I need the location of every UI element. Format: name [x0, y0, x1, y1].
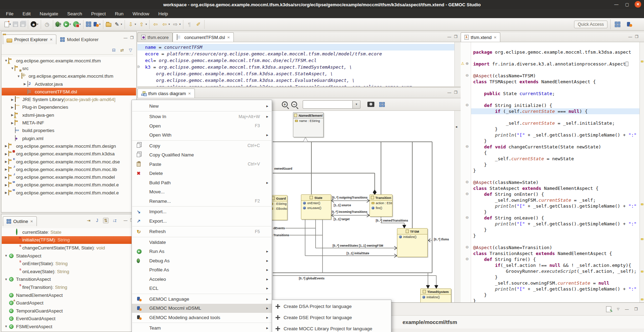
menu-item-paste[interactable]: PasteCtrl+V [132, 160, 272, 169]
new-note-icon[interactable] [606, 306, 611, 312]
dropdown-arrow-icon[interactable]: ▾ [99, 23, 101, 26]
expand-arrow-icon[interactable]: ▶ [4, 176, 8, 179]
dropdown-arrow-icon[interactable]: ▾ [70, 23, 71, 26]
toolbar-new-java-app-button[interactable] [85, 21, 92, 28]
dropdown-arrow-icon[interactable]: ▾ [168, 23, 170, 26]
zoom-out-icon[interactable]: − [291, 101, 297, 107]
tab-tfsm-class-diagram[interactable]: tfsm class diagram✕ [137, 88, 195, 98]
fold-marker-icon[interactable]: ⊖ [466, 180, 469, 184]
overview-mark[interactable] [641, 238, 643, 240]
zoom-in-icon[interactable]: + [282, 101, 288, 107]
toolbar-forward-button[interactable]: ⇨▾ [171, 20, 181, 29]
toolbar-run-button[interactable]: ▶▾ [63, 21, 72, 28]
menu-item-profile-as[interactable]: Profile As▸ [132, 265, 272, 275]
menu-item-build-path[interactable]: Build Path▸ [132, 178, 272, 187]
fold-marker-icon[interactable]: ⊕ [466, 61, 469, 66]
dropdown-arrow-icon[interactable]: ▾ [79, 23, 81, 26]
expand-arrow-icon[interactable]: ▼ [4, 325, 8, 328]
dropdown-arrow-icon[interactable]: ▾ [37, 23, 38, 26]
expand-arrow-icon[interactable]: ▶ [4, 183, 8, 187]
dropdown-arrow-icon[interactable]: ▾ [145, 23, 147, 26]
menu-item-gemoc-language[interactable]: GEMOC Language▸ [132, 294, 272, 304]
toolbar-account-button[interactable]: ☻▾ [30, 21, 39, 28]
dropdown-arrow-icon[interactable]: ▾ [135, 23, 136, 26]
menu-item-team[interactable]: Team▸ [132, 324, 272, 332]
tree-item-changecurrentstate-tfsm-state[interactable]: SchangeCurrentState(TFSM, State) : void [2, 244, 136, 252]
toolbar-profile-button[interactable]: ◷ [43, 20, 51, 29]
close-tab-icon[interactable]: ✕ [30, 219, 33, 223]
open-perspective-icon[interactable] [613, 20, 622, 29]
diagram-scrollbar[interactable] [454, 111, 461, 302]
maximize-view-icon[interactable]: ❐ [130, 36, 134, 40]
class-box-transition[interactable]: Transitionaction : EStringfire() [369, 194, 392, 217]
fold-marker-icon[interactable]: ⊖ [466, 144, 469, 149]
tab-concurrenttfsm-dsl[interactable]: concurrentTFSM.dsl✕ [173, 32, 234, 42]
menubar-item-file[interactable]: File [1, 9, 18, 18]
menubar-item-help[interactable]: Help [154, 9, 173, 18]
expand-arrow-icon[interactable]: ▼ [16, 75, 21, 78]
quick-access-button[interactable]: Quick Access [574, 21, 607, 28]
menu-item-open[interactable]: OpenF3 [132, 121, 272, 131]
menu-item-ecl[interactable]: ECL▸ [132, 284, 272, 293]
tree-item-org-eclipse-gemoc-example-moccml-tfsm-model-e[interactable]: ▶Morg.eclipse.gemoc.example.moccml.tfsm.… [2, 189, 136, 196]
view-menu-icon[interactable]: ▽ [617, 307, 619, 311]
overview-mark[interactable] [641, 61, 643, 62]
sort-icon[interactable]: ⇅ [103, 218, 109, 223]
tree-item-jre-system-library[interactable]: ▶JRE System Library [oracle-java8-jdk-am… [2, 95, 136, 103]
minimize-editor-icon[interactable]: — [447, 91, 451, 94]
fold-marker-icon[interactable]: ⊖ [466, 215, 469, 220]
toolbar-save-all-button[interactable] [19, 21, 26, 28]
menu-item-show-in[interactable]: Show InMaj+Alt+W▸ [132, 112, 272, 122]
maximize-icon[interactable]: ▢ [624, 1, 630, 8]
expand-arrow-icon[interactable]: ▶ [23, 82, 27, 86]
toolbar-mark-occurrences-button[interactable]: ✎▾ [113, 20, 123, 29]
minimize-view-icon[interactable]: — [625, 307, 629, 311]
hide-fields-icon[interactable]: J [95, 218, 100, 223]
tab-outline[interactable]: Outline✕ [3, 216, 37, 226]
fold-marker-icon[interactable]: ⊖ [466, 103, 469, 107]
submenu-item-create-dse-project-for-language[interactable]: Create DSE Project for language [272, 312, 391, 323]
fold-marker-icon[interactable]: ⊖ [466, 257, 469, 261]
toolbar-debug-button[interactable]: ▾ [55, 21, 62, 28]
menubar-item-window[interactable]: Window [128, 9, 154, 18]
class-box-namedelement[interactable]: NamedElementname : EString [293, 112, 324, 137]
minimize-editor-icon[interactable]: — [447, 35, 451, 39]
expand-arrow-icon[interactable]: ▶ [4, 144, 8, 148]
menu-item-new[interactable]: New▸ [132, 101, 272, 111]
dsl-editor[interactable]: name = concurrentTFSMecore = platform:/r… [137, 42, 454, 86]
maximize-view-icon[interactable]: ❐ [634, 307, 638, 311]
overview-mark[interactable] [641, 299, 643, 300]
menu-item-copy[interactable]: CopyCtrl+C [132, 141, 272, 150]
collapse-all-icon[interactable]: ⊟ [111, 48, 116, 53]
link-with-editor-icon[interactable]: ⇄ [120, 48, 125, 53]
dropdown-arrow-icon[interactable]: ▾ [179, 23, 181, 26]
maximize-editor-icon[interactable]: ❐ [454, 35, 458, 39]
tree-item-meta-inf[interactable]: ▶META-INF [2, 119, 136, 126]
close-tab-icon[interactable]: ✕ [227, 36, 230, 39]
expand-arrow-icon[interactable]: ▶ [4, 191, 8, 194]
menubar-item-navigate[interactable]: Navigate [35, 9, 63, 18]
tree-item-org-eclipse-gemoc-example-moccml-tfsm-k3dsa[interactable]: ▶org.eclipse.gemoc.example.moccml.tfsm.k… [2, 150, 136, 158]
tree-item-org-eclipse-gemoc-example-moccml-tfsm-design[interactable]: ▶org.eclipse.gemoc.example.moccml.tfsm.d… [2, 142, 136, 150]
zoom-combo-field[interactable] [303, 101, 352, 108]
toolbar-highlighter-button[interactable]: ✐ [194, 20, 202, 29]
class-box-state[interactable]: StateonEnter()onLeave() [301, 194, 331, 219]
expand-arrow-icon[interactable]: ▼ [10, 67, 15, 70]
toolbar-prev-annotation-button[interactable]: ⇧▾ [137, 20, 148, 29]
submenu-item-create-dsa-project-for-language[interactable]: Create DSA Project for language [272, 301, 391, 312]
expand-arrow-icon[interactable]: ▶ [4, 160, 8, 163]
toolbar-last-edit-button[interactable]: ⇦ [151, 20, 160, 29]
sort-az-icon[interactable]: ↓z [112, 218, 117, 223]
expand-arrow-icon[interactable]: ▼ [4, 254, 8, 257]
tab-model-explorer[interactable]: Model Explorer [56, 34, 102, 44]
maximize-editor-icon[interactable]: ❐ [454, 91, 458, 94]
menu-item-export[interactable]: ↗Export... [132, 216, 272, 226]
tree-item-temporalguardaspect[interactable]: CTemporalGuardAspect [2, 307, 136, 315]
tree-item-plug-in-dependencies[interactable]: ▶Plug-in Dependencies [2, 103, 136, 111]
tree-item-src[interactable]: ▼⊞src [2, 64, 136, 72]
close-tab-icon[interactable]: ✕ [188, 92, 191, 95]
expand-arrow-icon[interactable]: ▶ [4, 152, 8, 156]
combo-dropdown-icon[interactable]: ▼ [352, 101, 360, 108]
expand-arrow-icon[interactable]: ▶ [10, 106, 15, 109]
fold-marker-icon[interactable]: ⊖ [466, 192, 469, 196]
